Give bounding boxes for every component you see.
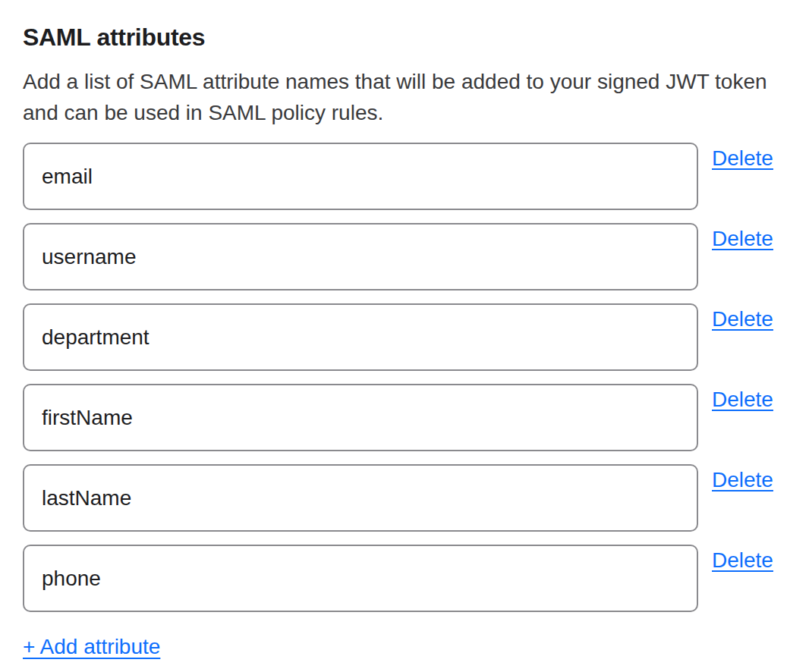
attribute-name-input[interactable]: [23, 545, 698, 612]
attribute-list: Delete Delete Delete Delete Delete Delet…: [23, 143, 809, 625]
attribute-name-input[interactable]: [23, 303, 698, 371]
attribute-row: Delete: [23, 384, 809, 451]
delete-attribute-link[interactable]: Delete: [712, 227, 773, 251]
saml-attributes-section: SAML attributes Add a list of SAML attri…: [0, 0, 809, 672]
section-description-line-1: Add a list of SAML attribute names that …: [23, 66, 797, 97]
add-attribute-link[interactable]: + Add attribute: [23, 634, 160, 660]
attribute-row: Delete: [23, 545, 809, 612]
delete-attribute-link[interactable]: Delete: [712, 548, 773, 573]
attribute-row: Delete: [23, 303, 809, 371]
delete-attribute-link[interactable]: Delete: [712, 307, 773, 331]
attribute-name-input[interactable]: [23, 464, 698, 532]
attribute-name-input[interactable]: [23, 143, 698, 210]
add-attribute-row: + Add attribute: [23, 634, 809, 660]
section-description-line-2: and can be used in SAML policy rules.: [23, 97, 797, 128]
attribute-row: Delete: [23, 223, 809, 290]
delete-attribute-link[interactable]: Delete: [712, 388, 773, 412]
attribute-name-input[interactable]: [23, 384, 698, 451]
section-title: SAML attributes: [23, 24, 809, 50]
delete-attribute-link[interactable]: Delete: [712, 468, 773, 492]
attribute-row: Delete: [23, 464, 809, 532]
delete-attribute-link[interactable]: Delete: [712, 146, 773, 171]
attribute-row: Delete: [23, 143, 809, 210]
section-description: Add a list of SAML attribute names that …: [23, 66, 797, 128]
attribute-name-input[interactable]: [23, 223, 698, 290]
